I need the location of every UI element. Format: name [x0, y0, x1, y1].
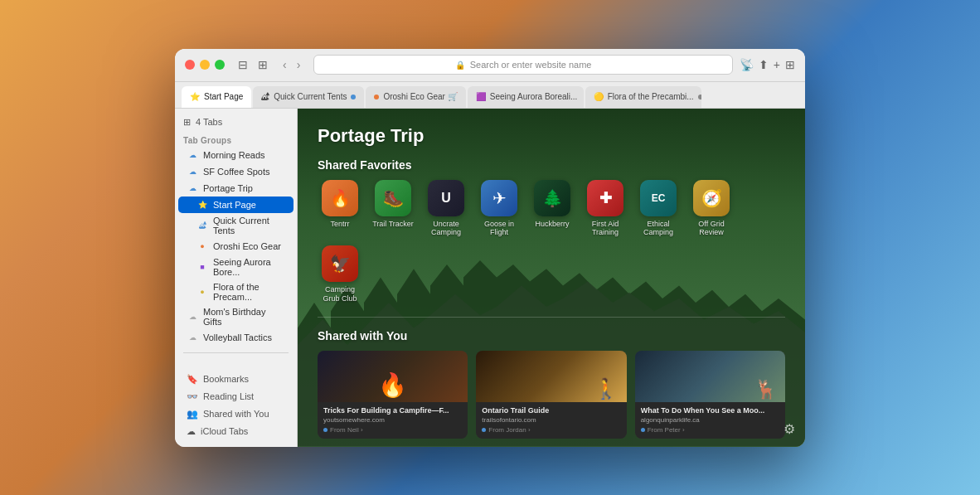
favorite-item-goose-in-flight[interactable]: ✈ Goose in Flight [477, 180, 522, 238]
sidebar-toggle-icon[interactable]: ⊟ [238, 58, 248, 71]
page-title: Portage Trip [318, 125, 785, 147]
sidebar-item-label: Flora of the Precam... [213, 282, 285, 302]
tabs-count-item[interactable]: ⊞ 4 Tabs [175, 115, 297, 133]
sidebar-item-label: Start Page [213, 200, 256, 210]
tab-oroshi-eco-gear[interactable]: Oroshi Eco Gear 🛒 [366, 86, 465, 108]
from-label: From Peter › [648, 426, 685, 434]
airdrop-icon[interactable]: 📡 [740, 58, 754, 71]
favorite-icon: EC [640, 180, 677, 216]
maximize-button[interactable] [215, 60, 225, 70]
close-button[interactable] [185, 60, 195, 70]
sidebar-item-volleyball[interactable]: ☁ Volleyball Tactics [178, 329, 294, 346]
tab-favicon: 🟪 [476, 92, 486, 101]
tabs-grid-icon: ⊞ [183, 117, 191, 128]
shared-card-trail[interactable]: 🚶 Ontario Trail Guide trailsofontario.co… [476, 351, 626, 439]
favorite-item-tentrr[interactable]: 🔥 Tentrr [318, 180, 362, 238]
section-divider [318, 317, 785, 318]
sidebar-item-label: SF Coffee Spots [203, 167, 270, 177]
shared-with-you-label: Shared with You [318, 329, 785, 342]
forward-button[interactable]: › [297, 58, 301, 71]
trail-icon: 🚶 [594, 377, 619, 400]
tab-label: Seeing Aurora Boreali... [490, 92, 578, 101]
sidebar: ⊞ 4 Tabs Tab Groups ☁ Morning Reads ☁ SF… [175, 109, 298, 447]
sidebar-item-shared-with-you[interactable]: 👥 Shared with You [178, 405, 294, 423]
back-button[interactable]: ‹ [283, 58, 287, 71]
favorite-item-trail-tracker[interactable]: 🥾 Trail Tracker [371, 180, 415, 238]
bookmark-icon: 🔖 [187, 374, 198, 385]
sidebar-item-start-page[interactable]: ⭐ Start Page [178, 197, 294, 213]
cloud-icon: ☁ [187, 166, 198, 177]
sidebar-item-bookmarks[interactable]: 🔖 Bookmarks [178, 371, 294, 388]
sidebar-item-seeing-aurora[interactable]: ■ Seeing Aurora Bore... [178, 255, 294, 279]
shared-cards-grid: 🔥 Tricks For Building a Campfire—F... yo… [318, 351, 785, 439]
from-label: From Jordan › [488, 426, 530, 434]
sidebar-item-reading-list[interactable]: 👓 Reading List [178, 388, 294, 405]
sidebar-divider [183, 352, 289, 353]
card-info: Ontario Trail Guide trailsofontario.com … [476, 402, 626, 439]
address-bar[interactable]: 🔒 Search or enter website name [313, 55, 732, 75]
card-url: trailsofontario.com [482, 416, 620, 424]
nav-actions: 📡 ⬆ + ⊞ [740, 58, 795, 71]
sidebar-bottom-label: Reading List [203, 391, 254, 401]
sidebar-item-moms-birthday[interactable]: ☁ Mom's Birthday Gifts [178, 304, 294, 329]
tab-overview-button[interactable]: ⊞ [785, 58, 795, 71]
sidebar-item-flora[interactable]: ● Flora of the Precam... [178, 279, 294, 304]
star-icon: ⭐ [190, 92, 200, 101]
from-dot [482, 428, 486, 432]
sidebar-item-portage-trip[interactable]: ☁ Portage Trip [178, 180, 294, 197]
share-button[interactable]: ⬆ [759, 58, 769, 71]
tab-seeing-aurora[interactable]: 🟪 Seeing Aurora Boreali... [468, 86, 584, 108]
minimize-button[interactable] [200, 60, 210, 70]
tab-dot [374, 95, 379, 99]
card-image: 🔥 [318, 351, 468, 402]
tab-start-page[interactable]: ⭐ Start Page [182, 86, 251, 108]
card-title: What To Do When You See a Moo... [641, 406, 779, 415]
sidebar-item-label: Morning Reads [203, 150, 265, 160]
address-placeholder: Search or enter website name [470, 60, 592, 70]
glasses-icon: 👓 [187, 391, 198, 402]
cloud-icon: ☁ [187, 149, 198, 161]
cloud-icon: ☁ [187, 182, 198, 194]
favorite-label: Trail Tracker [372, 220, 414, 229]
favorite-item-camping-grub[interactable]: 🦅 Camping Grub Club [318, 245, 362, 303]
moose-icon: 🦌 [754, 379, 777, 400]
favorite-label: Huckberry [535, 220, 569, 229]
sidebar-item-icloud-tabs[interactable]: ☁ iCloud Tabs [178, 423, 294, 440]
favorite-item-ethical-camping[interactable]: EC Ethical Camping [636, 180, 681, 238]
sidebar-bottom-label: Shared with You [203, 409, 269, 419]
tab-favicon: 🟡 [594, 92, 604, 101]
sidebar-item-morning-reads[interactable]: ☁ Morning Reads [178, 147, 294, 163]
sidebar-item-label: Oroshi Eco Gear [213, 241, 281, 251]
favorite-item-huckberry[interactable]: 🌲 Huckberry [530, 180, 575, 238]
card-from: From Neil › [323, 426, 462, 434]
people-icon: 👥 [187, 409, 198, 420]
tabs-row: ⭐ Start Page 🏕 Quick Current Tents Orosh… [175, 82, 805, 109]
favorite-label: Tentrr [330, 220, 349, 229]
favorite-label: First Aid Training [583, 220, 628, 238]
sidebar-item-quick-current-tents[interactable]: 🏕 Quick Current Tents [178, 213, 294, 238]
favorite-icon: 🧭 [693, 180, 730, 216]
lock-icon: 🔒 [455, 61, 465, 70]
favorite-item-first-aid[interactable]: ✚ First Aid Training [583, 180, 628, 238]
circle-icon: ● [196, 240, 208, 252]
card-image: 🚶 [476, 351, 626, 402]
favorite-icon: U [428, 180, 464, 216]
settings-icon[interactable]: ⚙ [784, 421, 795, 437]
card-title: Ontario Trail Guide [482, 406, 620, 415]
sidebar-item-sf-coffee[interactable]: ☁ SF Coffee Spots [178, 163, 294, 180]
favorite-item-uncrate[interactable]: U Uncrate Camping [424, 180, 468, 238]
favorite-item-off-grid[interactable]: 🧭 Off Grid Review [689, 180, 734, 238]
tab-grid-icon[interactable]: ⊞ [258, 58, 268, 71]
shared-card-campfire[interactable]: 🔥 Tricks For Building a Campfire—F... yo… [318, 351, 468, 439]
favorite-icon: 🔥 [322, 180, 358, 216]
cloud-icon: ☁ [187, 332, 198, 343]
icloud-icon: ☁ [187, 426, 196, 437]
shared-card-moose[interactable]: 🦌 What To Do When You See a Moo... algon… [635, 351, 785, 439]
tab-quick-current-tents[interactable]: 🏕 Quick Current Tents [253, 86, 364, 108]
new-tab-button[interactable]: + [774, 58, 780, 71]
from-dot [323, 428, 327, 432]
sidebar-item-oroshi-eco-gear[interactable]: ● Oroshi Eco Gear [178, 238, 294, 255]
square-icon: ■ [196, 261, 208, 273]
card-image: 🦌 [635, 351, 785, 402]
tab-flora[interactable]: 🟡 Flora of the Precambi... [585, 86, 701, 108]
